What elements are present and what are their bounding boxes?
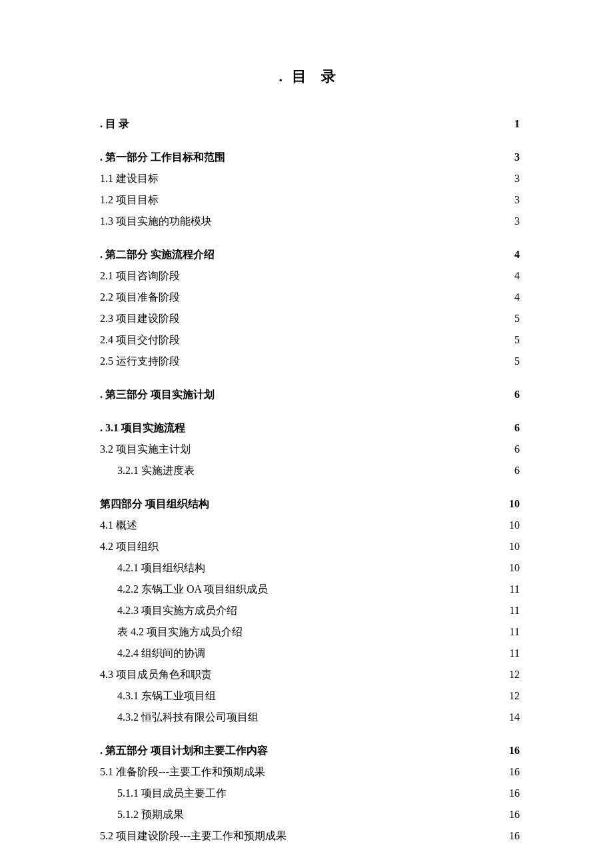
toc-row: 4.1 概述10 <box>100 515 520 536</box>
toc-row: 2.4 项目交付阶段5 <box>100 329 520 351</box>
toc-entry-page: 11 <box>499 643 520 664</box>
toc-entry-page: 10 <box>498 557 520 579</box>
toc-entry-label: 1.2 项目目标 <box>100 189 504 211</box>
toc-row: 2.1 项目咨询阶段4 <box>100 265 520 287</box>
toc-entry-page: 4 <box>504 265 520 287</box>
table-of-contents: . 目 录1. 第一部分 工作目标和范围31.1 建设目标31.2 项目目标31… <box>100 113 520 847</box>
toc-entry-page: 12 <box>498 685 520 707</box>
toc-row: 5.2 项目建设阶段---主要工作和预期成果16 <box>100 825 520 847</box>
toc-row: 第四部分 项目组织结构10 <box>100 493 520 515</box>
toc-entry-label: . 目 录 <box>100 113 504 135</box>
toc-entry-label: 3.2 项目实施主计划 <box>100 439 504 460</box>
toc-entry-page: 6 <box>504 460 520 481</box>
toc-entry-label: 表 4.2 项目实施方成员介绍 <box>100 621 499 643</box>
toc-entry-label: 2.5 运行支持阶段 <box>100 351 504 372</box>
toc-row: . 第一部分 工作目标和范围3 <box>100 147 520 168</box>
toc-entry-page: 14 <box>498 707 520 728</box>
toc-entry-label: 5.1.2 预期成果 <box>100 804 498 825</box>
toc-entry-label: 2.2 项目准备阶段 <box>100 287 504 308</box>
toc-entry-page: 4 <box>504 287 520 308</box>
toc-entry-page: 10 <box>498 493 520 515</box>
toc-row: . 第二部分 实施流程介绍4 <box>100 244 520 265</box>
toc-entry-page: 16 <box>498 804 520 825</box>
toc-entry-label: 4.3.1 东锅工业项目组 <box>100 685 498 707</box>
toc-entry-page: 11 <box>499 621 520 643</box>
toc-entry-label: 2.1 项目咨询阶段 <box>100 265 504 287</box>
toc-row: 4.2.1 项目组织结构10 <box>100 557 520 579</box>
toc-row: 4.2 项目组织10 <box>100 536 520 557</box>
toc-entry-label: 1.3 项目实施的功能模块 <box>100 211 504 232</box>
title-char-1: 目 <box>292 68 312 85</box>
toc-entry-label: 第四部分 项目组织结构 <box>100 493 498 515</box>
toc-entry-page: 3 <box>504 189 520 211</box>
toc-entry-page: 3 <box>504 147 520 168</box>
toc-entry-page: 1 <box>504 113 520 135</box>
toc-entry-page: 11 <box>499 600 520 621</box>
toc-entry-page: 16 <box>498 825 520 847</box>
toc-entry-label: 4.3.2 恒弘科技有限公司项目组 <box>100 707 498 728</box>
toc-entry-label: 2.4 项目交付阶段 <box>100 329 504 351</box>
toc-entry-label: 5.2 项目建设阶段---主要工作和预期成果 <box>100 825 498 847</box>
toc-entry-page: 5 <box>504 329 520 351</box>
toc-entry-page: 3 <box>504 168 520 189</box>
toc-entry-page: 6 <box>504 384 520 405</box>
toc-entry-label: 4.2 项目组织 <box>100 536 498 557</box>
toc-entry-label: . 3.1 项目实施流程 <box>100 417 504 439</box>
toc-row: 1.2 项目目标3 <box>100 189 520 211</box>
toc-entry-page: 12 <box>498 664 520 685</box>
toc-entry-page: 11 <box>499 579 520 600</box>
toc-entry-page: 10 <box>498 515 520 536</box>
toc-entry-label: 4.2.2 东锅工业 OA 项目组织成员 <box>100 579 499 600</box>
title-dot-prefix <box>279 68 293 85</box>
toc-row: 4.3.1 东锅工业项目组12 <box>100 685 520 707</box>
toc-entry-page: 16 <box>498 740 520 761</box>
toc-row: 5.1.1 项目成员主要工作16 <box>100 783 520 804</box>
toc-entry-label: . 第一部分 工作目标和范围 <box>100 147 504 168</box>
toc-entry-label: 1.1 建设目标 <box>100 168 504 189</box>
toc-entry-label: 4.2.3 项目实施方成员介绍 <box>100 600 499 621</box>
toc-entry-page: 16 <box>498 783 520 804</box>
toc-entry-label: 5.1.1 项目成员主要工作 <box>100 783 498 804</box>
toc-entry-label: . 第二部分 实施流程介绍 <box>100 244 504 265</box>
toc-row: 3.2 项目实施主计划6 <box>100 439 520 460</box>
toc-entry-page: 4 <box>504 244 520 265</box>
toc-entry-page: 5 <box>504 308 520 329</box>
toc-row: 5.1 准备阶段---主要工作和预期成果16 <box>100 761 520 783</box>
toc-entry-page: 6 <box>504 417 520 439</box>
toc-entry-page: 10 <box>498 536 520 557</box>
toc-entry-label: 4.2.1 项目组织结构 <box>100 557 498 579</box>
toc-entry-label: . 第三部分 项目实施计划 <box>100 384 504 405</box>
toc-row: . 目 录1 <box>100 113 520 135</box>
toc-entry-page: 5 <box>504 351 520 372</box>
toc-row: 3.2.1 实施进度表6 <box>100 460 520 481</box>
toc-entry-label: 4.2.4 组织间的协调 <box>100 643 499 664</box>
toc-row: 4.2.3 项目实施方成员介绍11 <box>100 600 520 621</box>
toc-entry-label: 4.1 概述 <box>100 515 498 536</box>
toc-row: 1.3 项目实施的功能模块3 <box>100 211 520 232</box>
toc-row: . 3.1 项目实施流程6 <box>100 417 520 439</box>
toc-entry-label: 4.3 项目成员角色和职责 <box>100 664 498 685</box>
toc-entry-page: 3 <box>504 211 520 232</box>
toc-entry-page: 6 <box>504 439 520 460</box>
toc-row: 表 4.2 项目实施方成员介绍11 <box>100 621 520 643</box>
title-char-2: 录 <box>321 68 341 85</box>
toc-row: 4.2.2 东锅工业 OA 项目组织成员11 <box>100 579 520 600</box>
toc-entry-label: 2.3 项目建设阶段 <box>100 308 504 329</box>
toc-row: 5.1.2 预期成果16 <box>100 804 520 825</box>
toc-row: 2.2 项目准备阶段4 <box>100 287 520 308</box>
toc-row: . 第五部分 项目计划和主要工作内容16 <box>100 740 520 761</box>
toc-row: 4.3.2 恒弘科技有限公司项目组14 <box>100 707 520 728</box>
toc-row: 2.3 项目建设阶段5 <box>100 308 520 329</box>
page-title: 目 录 <box>100 67 520 87</box>
toc-entry-label: 3.2.1 实施进度表 <box>100 460 504 481</box>
toc-row: 2.5 运行支持阶段5 <box>100 351 520 372</box>
toc-entry-label: 5.1 准备阶段---主要工作和预期成果 <box>100 761 498 783</box>
toc-row: 4.3 项目成员角色和职责12 <box>100 664 520 685</box>
toc-row: 4.2.4 组织间的协调11 <box>100 643 520 664</box>
toc-row: . 第三部分 项目实施计划6 <box>100 384 520 405</box>
toc-entry-label: . 第五部分 项目计划和主要工作内容 <box>100 740 498 761</box>
toc-entry-page: 16 <box>498 761 520 783</box>
toc-row: 1.1 建设目标3 <box>100 168 520 189</box>
